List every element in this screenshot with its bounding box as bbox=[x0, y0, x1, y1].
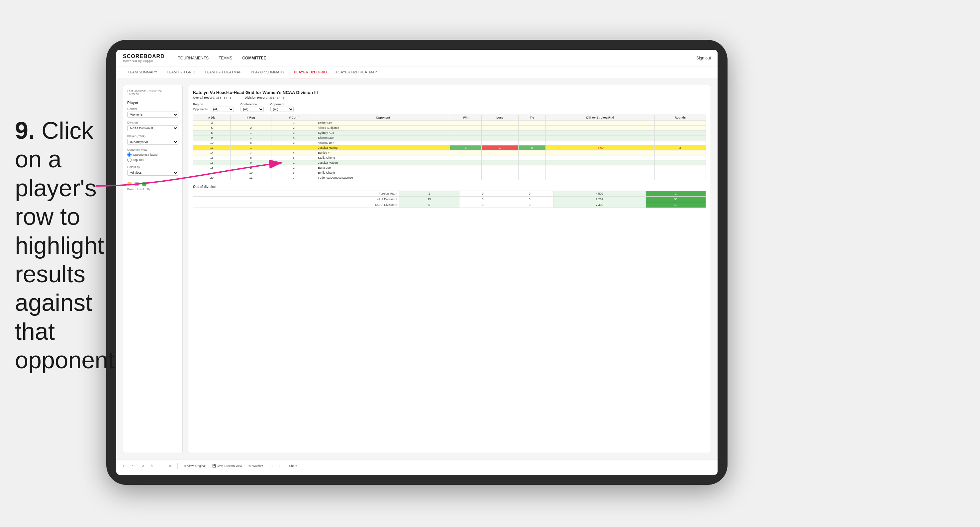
toolbar-sep1 bbox=[177, 463, 178, 469]
cell-tie: 0 bbox=[518, 146, 546, 151]
cell-diff bbox=[546, 130, 655, 135]
table-row[interactable]: 19106Emily Chang bbox=[193, 170, 706, 175]
table-row[interactable]: 613Sydney Kuo bbox=[193, 130, 706, 135]
tab-player-summary[interactable]: PLAYER SUMMARY bbox=[246, 67, 290, 78]
out-cell: NAIA Division 1 bbox=[193, 197, 399, 202]
tab-player-h2h-heatmap[interactable]: PLAYER H2H HEATMAP bbox=[331, 67, 382, 78]
sign-out-button[interactable]: Sign out bbox=[696, 56, 711, 60]
cell-opponent: Andrea York bbox=[316, 140, 450, 146]
cell-diff bbox=[546, 135, 655, 140]
table-row[interactable]: 131Jessica Huang010-3.002 bbox=[193, 146, 706, 151]
toolbar-grid1[interactable]: ⬚ bbox=[268, 464, 275, 468]
tab-team-h2h-grid[interactable]: TEAM H2H GRID bbox=[162, 67, 200, 78]
sidebar-timestamp: Last Updated: 27/03/2024 16:55:38 bbox=[127, 89, 178, 96]
table-row[interactable]: 914Sharon Mun bbox=[193, 135, 706, 140]
cell-loss bbox=[481, 125, 518, 130]
filter-conference-group: Conference (All) bbox=[240, 103, 264, 112]
out-cell: 4.500 bbox=[553, 191, 646, 197]
cell-opponent: Stella Cheng bbox=[316, 156, 450, 160]
table-row[interactable]: 31Esther Lee bbox=[193, 121, 706, 125]
nav-committee[interactable]: COMMITTEE bbox=[242, 54, 266, 62]
cell-reg: 1 bbox=[231, 135, 271, 140]
toolbar-view-original[interactable]: ⊙ View: Original bbox=[182, 464, 208, 468]
grid-table: # Div # Reg # Conf Opponent Win Loss Tie… bbox=[193, 114, 706, 180]
cell-win bbox=[450, 170, 482, 175]
table-row[interactable]: 20117Federica Domecq Lacroze bbox=[193, 175, 706, 180]
cell-opponent: Euna Lee bbox=[316, 165, 450, 170]
tab-team-summary[interactable]: TEAM SUMMARY bbox=[123, 67, 162, 78]
toolbar-separator1[interactable]: — bbox=[157, 464, 164, 468]
tab-team-h2h-heatmap[interactable]: TEAM H2H HEATMAP bbox=[200, 67, 246, 78]
out-of-division-table: Foreign Team1004.5002NAIA Division 11500… bbox=[193, 190, 706, 208]
filter-conference-select[interactable]: (All) bbox=[240, 106, 264, 112]
cell-loss bbox=[481, 160, 518, 165]
cell-conf: 1 bbox=[271, 160, 316, 165]
tab-player-h2h-grid[interactable]: PLAYER H2H GRID bbox=[290, 67, 331, 78]
main-panel: Katelyn Vo Head-to-Head Grid for Women's… bbox=[188, 85, 711, 453]
out-cell: 0 bbox=[506, 202, 553, 208]
out-cell: 0 bbox=[459, 202, 506, 208]
sidebar-gender-select[interactable]: Women's bbox=[127, 111, 178, 117]
cell-conf bbox=[271, 146, 316, 151]
cell-reg: 8 bbox=[231, 156, 271, 160]
cell-rounds bbox=[655, 130, 706, 135]
cell-div: 15 bbox=[193, 156, 231, 160]
sidebar-player-rank-select[interactable]: 8. Katelyn Vo bbox=[127, 139, 178, 145]
table-row[interactable]: 1691Jessica Mason bbox=[193, 160, 706, 165]
toolbar-undo[interactable]: ↩ bbox=[121, 464, 127, 468]
toolbar-copy[interactable]: ⎘ bbox=[149, 464, 154, 468]
cell-win bbox=[450, 175, 482, 180]
filter-conference-label: Conference bbox=[240, 103, 264, 106]
cell-reg: 9 bbox=[231, 160, 271, 165]
cell-win bbox=[450, 140, 482, 146]
cell-conf: 6 bbox=[271, 170, 316, 175]
cell-opponent: Sydney Kuo bbox=[316, 130, 450, 135]
cell-win bbox=[450, 121, 482, 125]
cell-loss bbox=[481, 151, 518, 156]
cell-div: 3 bbox=[193, 121, 231, 125]
toolbar-refresh[interactable]: ↺ bbox=[140, 464, 146, 468]
cell-opponent: Eunice Yi bbox=[316, 151, 450, 156]
toolbar-watch[interactable]: 👁 Watch ▾ bbox=[247, 464, 265, 468]
sidebar-colour-by-select[interactable]: Win/loss bbox=[127, 170, 178, 176]
filter-opponent-group: Opponent (All) bbox=[270, 103, 294, 112]
cell-diff bbox=[546, 140, 655, 146]
cell-win bbox=[450, 165, 482, 170]
cell-tie bbox=[518, 170, 546, 175]
filter-region-select[interactable]: (All) bbox=[211, 106, 234, 112]
sidebar: Last Updated: 27/03/2024 16:55:38 Player… bbox=[123, 85, 183, 453]
panel-subtitle: Overall Record: 353 - 34 - 6 Division Re… bbox=[193, 96, 706, 99]
table-row[interactable]: 1063Andrea York bbox=[193, 140, 706, 146]
cell-conf: 3 bbox=[271, 130, 316, 135]
table-row[interactable]: 1474Eunice Yi bbox=[193, 151, 706, 156]
toolbar-grid2[interactable]: ⬚ bbox=[277, 464, 284, 468]
cell-diff bbox=[546, 125, 655, 130]
cell-tie bbox=[518, 160, 546, 165]
toolbar-save-custom[interactable]: 💾 Save Custom View bbox=[210, 464, 244, 468]
toolbar-share[interactable]: Share bbox=[287, 464, 299, 468]
toolbar-redo[interactable]: ↪ bbox=[130, 464, 137, 468]
table-row[interactable]: 1585Stella Cheng bbox=[193, 156, 706, 160]
sidebar-opponent-view-group: Opponents Played Top 100 bbox=[127, 152, 178, 162]
nav-teams[interactable]: TEAMS bbox=[219, 54, 232, 62]
panel-title: Katelyn Vo Head-to-Head Grid for Women's… bbox=[193, 90, 706, 95]
cell-tie bbox=[518, 175, 546, 180]
out-of-division-row: Foreign Team1004.5002 bbox=[193, 191, 706, 197]
nav-tournaments[interactable]: TOURNAMENTS bbox=[178, 54, 208, 62]
cell-div: 19 bbox=[193, 170, 231, 175]
cell-diff bbox=[546, 175, 655, 180]
filter-opponent-select[interactable]: (All) bbox=[270, 106, 294, 112]
sidebar-radio-top100[interactable]: Top 100 bbox=[127, 158, 178, 162]
cell-tie bbox=[518, 151, 546, 156]
sidebar-gender-label: Gender bbox=[127, 107, 178, 111]
out-cell: NCAA Division 2 bbox=[193, 202, 399, 208]
table-row[interactable]: 522Alexis Sudjianto bbox=[193, 125, 706, 130]
cell-reg: 11 bbox=[231, 175, 271, 180]
sidebar-division-select[interactable]: NCAA Division III bbox=[127, 125, 178, 131]
toolbar-clock[interactable]: ⊙ bbox=[167, 464, 173, 468]
cell-reg: 2 bbox=[231, 125, 271, 130]
out-cell: Foreign Team bbox=[193, 191, 399, 197]
sidebar-radio-opponents-played[interactable]: Opponents Played bbox=[127, 152, 178, 157]
cell-loss bbox=[481, 165, 518, 170]
table-row[interactable]: 1822Euna Lee bbox=[193, 165, 706, 170]
